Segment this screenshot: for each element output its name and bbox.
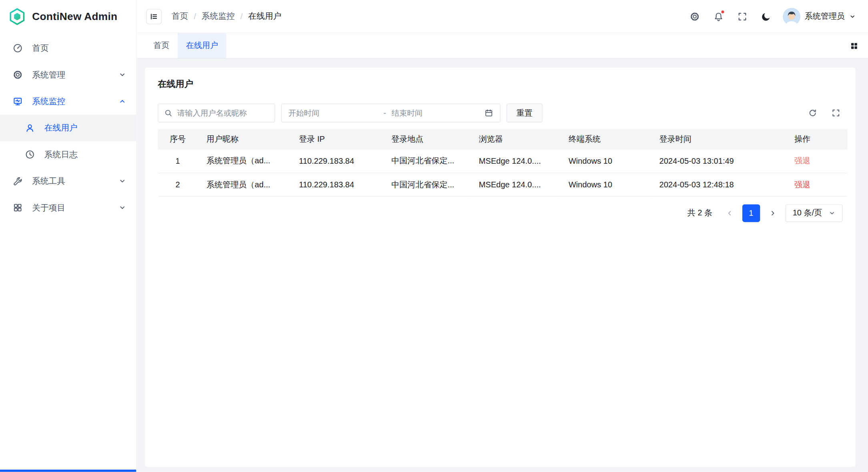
date-start-input[interactable] [289,108,378,117]
table-row: 2 系统管理员（ad... 110.229.183.84 中国河北省保定... … [158,173,848,196]
top-header: 首页 / 系统监控 / 在线用户 [137,0,868,33]
wrench-icon [13,176,23,186]
pagination-total: 共 2 条 [688,208,712,218]
page-title: 在线用户 [158,78,842,90]
chevron-down-icon [118,177,126,185]
force-logout-link[interactable]: 强退 [794,180,810,189]
cell-os: Windows 10 [560,149,651,173]
apps-icon [13,203,23,213]
cell-browser: MSEdge 124.0.... [470,149,559,173]
username-label: 系统管理员 [805,11,845,22]
sidebar-item-about-project[interactable]: 关于项目 [0,195,136,221]
sidebar-item-label: 系统监控 [32,96,65,106]
fullscreen-button[interactable] [733,8,751,25]
sidebar-item-label: 系统管理 [32,70,65,80]
sidebar-item-label: 在线用户 [44,123,78,133]
chevron-down-icon [118,71,126,78]
breadcrumb-system-monitor[interactable]: 系统监控 [202,11,235,22]
sidebar-item-home[interactable]: 首页 [0,35,136,61]
cell-index: 1 [158,149,198,173]
sidebar-item-label: 关于项目 [32,203,65,213]
sidebar: ContiNew Admin 首页 系统管理 [0,0,137,472]
table-header-row: 序号 用户昵称 登录 IP 登录地点 浏览器 终端系统 登录时间 操作 [158,129,848,149]
column-header-browser: 浏览器 [470,129,559,149]
chevron-up-icon [118,97,126,105]
grid-icon [850,41,858,50]
table-fullscreen-button[interactable] [832,108,840,117]
cell-index: 2 [158,173,198,196]
breadcrumb-online-users: 在线用户 [248,11,281,22]
column-header-location: 登录地点 [383,129,470,149]
column-header-actions: 操作 [786,129,848,149]
monitor-icon [13,96,23,106]
cell-nickname: 系统管理员（ad... [198,173,290,196]
settings-button[interactable] [686,8,703,25]
breadcrumb: 首页 / 系统监控 / 在线用户 [172,11,281,22]
column-header-index: 序号 [158,129,198,149]
gear-icon [13,70,23,80]
tab-label: 首页 [153,40,169,51]
search-input[interactable] [177,108,269,117]
table-toolbar-actions [808,108,843,117]
sidebar-bottom-accent [0,470,136,472]
user-icon [25,123,35,133]
app-logo[interactable]: ContiNew Admin [0,0,136,33]
tab-home[interactable]: 首页 [145,33,178,58]
column-header-os: 终端系统 [560,129,651,149]
cell-ip: 110.229.183.84 [290,173,383,196]
calendar-icon [484,108,493,117]
sidebar-collapse-button[interactable] [146,8,162,24]
avatar [782,8,800,25]
online-users-table: 序号 用户昵称 登录 IP 登录地点 浏览器 终端系统 登录时间 操作 1 [158,129,848,196]
refresh-button[interactable] [808,108,817,117]
date-end-input[interactable] [391,108,481,117]
column-header-ip: 登录 IP [290,129,383,149]
content-column: 首页 / 系统监控 / 在线用户 [137,0,868,472]
gear-icon [690,11,700,21]
pagination-prev-button[interactable] [721,205,738,221]
cell-nickname: 系统管理员（ad... [198,149,290,173]
sidebar-item-online-users[interactable]: 在线用户 [0,114,136,141]
cell-browser: MSEdge 124.0.... [470,173,559,196]
clock-icon [25,149,35,159]
menu-fold-icon [149,12,158,21]
user-menu[interactable]: 系统管理员 [782,8,856,25]
reset-button[interactable]: 重置 [507,104,543,123]
page-size-select[interactable]: 10 条/页 [786,204,843,222]
search-field[interactable] [158,104,275,123]
sidebar-item-system-logs[interactable]: 系统日志 [0,141,136,168]
sidebar-item-label: 系统日志 [44,149,78,160]
online-users-card: 在线用户 - [145,68,855,467]
moon-icon [761,11,771,21]
cell-os: Windows 10 [560,173,651,196]
cell-location: 中国河北省保定... [383,173,470,196]
pagination-next-button[interactable] [764,205,781,221]
chevron-down-icon [849,13,856,20]
logo-icon [8,8,26,25]
fullscreen-icon [737,11,747,21]
sidebar-item-system-monitor[interactable]: 系统监控 [0,88,136,114]
pagination-page-1[interactable]: 1 [742,204,760,222]
date-range-picker[interactable]: - [281,104,501,123]
tab-online-users[interactable]: 在线用户 [178,33,227,58]
sidebar-item-label: 系统工具 [32,176,65,186]
dashboard-icon [13,43,23,53]
notifications-button[interactable] [710,8,727,25]
tab-label: 在线用户 [186,40,218,51]
sidebar-item-system-management[interactable]: 系统管理 [0,62,136,88]
app-root: ContiNew Admin 首页 系统管理 [0,0,868,472]
breadcrumb-separator: / [194,12,196,21]
header-actions: 系统管理员 [686,8,856,25]
column-header-login-time: 登录时间 [650,129,786,149]
main-content: 在线用户 - [137,59,868,472]
force-logout-link[interactable]: 强退 [794,156,810,165]
chevron-left-icon [726,209,733,217]
pagination: 共 2 条 1 10 条/页 [158,204,842,222]
sidebar-item-system-tools[interactable]: 系统工具 [0,168,136,194]
tab-actions-button[interactable] [850,33,868,58]
breadcrumb-home[interactable]: 首页 [172,11,188,22]
notification-badge [720,10,724,14]
chevron-down-icon [829,210,836,217]
cell-login-time: 2024-05-03 13:01:49 [650,149,786,173]
dark-mode-toggle[interactable] [757,8,775,25]
